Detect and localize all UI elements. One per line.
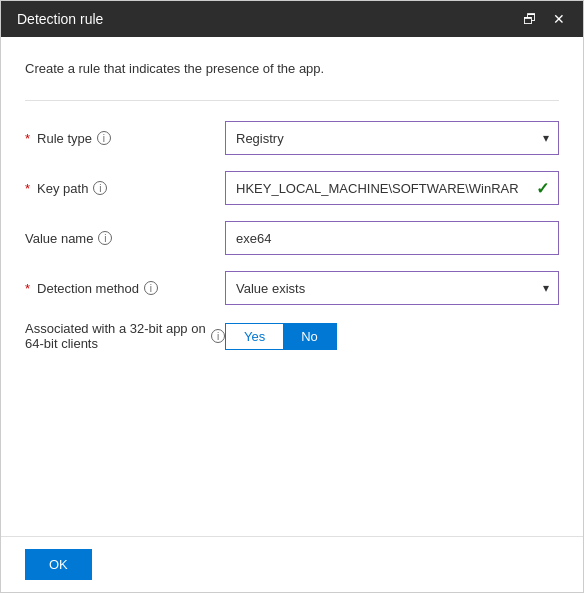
value-name-row: Value name i	[25, 221, 559, 255]
rule-type-row: * Rule type i Registry MSI File system ▾	[25, 121, 559, 155]
detection-method-info-icon[interactable]: i	[144, 281, 158, 295]
minimize-button[interactable]: 🗗	[521, 12, 539, 26]
detection-method-label-text: Detection method	[37, 281, 139, 296]
value-name-label-text: Value name	[25, 231, 93, 246]
bitness-info-icon[interactable]: i	[211, 329, 225, 343]
rule-type-select[interactable]: Registry MSI File system	[225, 121, 559, 155]
rule-type-label: * Rule type i	[25, 131, 225, 146]
detection-method-select[interactable]: Value exists Does not exist String compa…	[225, 271, 559, 305]
value-name-label: Value name i	[25, 231, 225, 246]
detection-rule-dialog: Detection rule 🗗 ✕ Create a rule that in…	[0, 0, 584, 593]
bitness-label-text: Associated with a 32-bit app on 64-bit c…	[25, 321, 206, 351]
detection-method-row: * Detection method i Value exists Does n…	[25, 271, 559, 305]
bitness-yes-button[interactable]: Yes	[226, 324, 283, 349]
required-indicator: *	[25, 181, 30, 196]
key-path-label-text: Key path	[37, 181, 88, 196]
key-path-control: ✓	[225, 171, 559, 205]
bitness-toggle: Yes No	[225, 323, 337, 350]
header-controls: 🗗 ✕	[521, 12, 567, 26]
rule-type-info-icon[interactable]: i	[97, 131, 111, 145]
bitness-row: Associated with a 32-bit app on 64-bit c…	[25, 321, 559, 351]
bitness-label: Associated with a 32-bit app on 64-bit c…	[25, 321, 225, 351]
key-path-info-icon[interactable]: i	[93, 181, 107, 195]
divider	[25, 100, 559, 101]
close-button[interactable]: ✕	[551, 12, 567, 26]
rule-type-control: Registry MSI File system ▾	[225, 121, 559, 155]
dialog-footer: OK	[1, 536, 583, 592]
ok-button[interactable]: OK	[25, 549, 92, 580]
detection-method-label: * Detection method i	[25, 281, 225, 296]
bitness-no-button[interactable]: No	[283, 324, 336, 349]
rule-type-label-text: Rule type	[37, 131, 92, 146]
dialog-body: Create a rule that indicates the presenc…	[1, 37, 583, 536]
dialog-header: Detection rule 🗗 ✕	[1, 1, 583, 37]
form-description: Create a rule that indicates the presenc…	[25, 61, 559, 76]
key-path-input[interactable]	[225, 171, 559, 205]
detection-method-control: Value exists Does not exist String compa…	[225, 271, 559, 305]
value-name-control	[225, 221, 559, 255]
required-indicator: *	[25, 131, 30, 146]
required-indicator: *	[25, 281, 30, 296]
key-path-row: * Key path i ✓	[25, 171, 559, 205]
key-path-label: * Key path i	[25, 181, 225, 196]
value-name-input[interactable]	[225, 221, 559, 255]
value-name-info-icon[interactable]: i	[98, 231, 112, 245]
dialog-title: Detection rule	[17, 11, 103, 27]
key-path-check-icon: ✓	[536, 179, 549, 198]
